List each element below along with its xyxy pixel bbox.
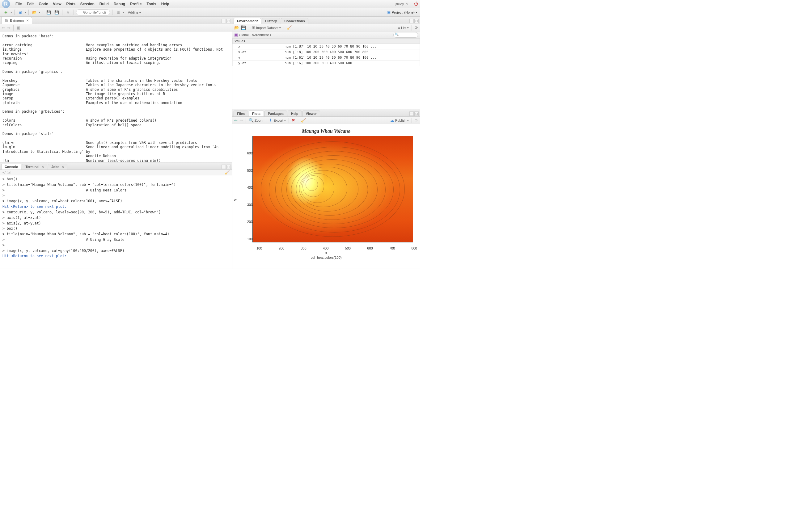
back-icon[interactable]: ⇐ bbox=[2, 25, 5, 30]
heatmap-image bbox=[252, 136, 413, 242]
new-file-icon[interactable]: ✚ bbox=[2, 9, 9, 16]
plot-ylabel: y bbox=[233, 199, 237, 201]
power-icon[interactable]: ⏻ bbox=[414, 2, 418, 6]
clear-plots-icon[interactable]: 🧹 bbox=[301, 118, 306, 123]
project-selector[interactable]: ▣ Project: (None) ▾ bbox=[387, 10, 417, 15]
tab-environment[interactable]: Environment bbox=[234, 18, 261, 24]
refresh-icon[interactable]: ⟳ bbox=[415, 25, 418, 30]
menu-plots[interactable]: Plots bbox=[64, 2, 78, 6]
minimize-icon[interactable]: — bbox=[409, 19, 414, 23]
remove-plot-icon[interactable]: ✖ bbox=[292, 118, 295, 123]
new-project-icon[interactable]: ▣ bbox=[17, 9, 24, 16]
goto-file-input[interactable] bbox=[76, 9, 110, 16]
rstudio-logo: R bbox=[2, 0, 10, 8]
tab-help[interactable]: Help bbox=[288, 110, 302, 116]
y-tick: 500 bbox=[247, 168, 253, 172]
zoom-button[interactable]: 🔍 Zoom bbox=[249, 118, 263, 123]
menu-view[interactable]: View bbox=[50, 2, 64, 6]
tab-packages[interactable]: Packages bbox=[264, 110, 287, 116]
logout-icon[interactable]: ⎋ bbox=[406, 2, 408, 6]
save-icon[interactable]: 💾 bbox=[45, 9, 52, 16]
tab-terminal[interactable]: Terminal✕ bbox=[22, 164, 47, 170]
console-line: > # Using Heat Colors bbox=[0, 188, 232, 193]
console-line: Hit <Return> to see next plot: bbox=[0, 204, 232, 210]
y-tick: 100 bbox=[247, 237, 253, 241]
menu-help[interactable]: Help bbox=[159, 2, 172, 6]
tab-plots[interactable]: Plots bbox=[249, 110, 264, 116]
x-tick: 400 bbox=[323, 246, 328, 250]
window-icon[interactable]: ▣ bbox=[16, 25, 20, 30]
save-all-icon[interactable]: 💾 bbox=[53, 9, 60, 16]
y-tick: 300 bbox=[247, 203, 253, 207]
menu-profile[interactable]: Profile bbox=[128, 2, 144, 6]
publish-icon: ☁ bbox=[390, 118, 394, 123]
menu-edit[interactable]: Edit bbox=[24, 2, 36, 6]
x-tick: 700 bbox=[389, 246, 395, 250]
view-mode-menu[interactable]: ≡ List ▾ bbox=[398, 26, 409, 30]
x-tick: 500 bbox=[345, 246, 351, 250]
plots-tab-bar: Files Plots Packages Help Viewer — ▢ bbox=[232, 109, 420, 117]
maximize-icon[interactable]: ▢ bbox=[414, 111, 419, 116]
minimize-icon[interactable]: — bbox=[222, 19, 226, 23]
close-icon[interactable]: ✕ bbox=[42, 165, 44, 168]
save-workspace-icon[interactable]: 💾 bbox=[241, 25, 246, 30]
menu-file[interactable]: File bbox=[13, 2, 24, 6]
tab-console[interactable]: Console bbox=[1, 164, 21, 170]
console-output[interactable]: > box()> title(main="Maunga Whau Volcano… bbox=[0, 175, 232, 269]
console-line: > image(x, y, volcano, col=heat.colors(1… bbox=[0, 199, 232, 204]
maximize-icon[interactable]: ▢ bbox=[414, 19, 419, 23]
env-scope-menu[interactable]: ▣ Global Environment ▾ bbox=[234, 32, 271, 37]
open-file-icon[interactable]: 📂 bbox=[31, 9, 38, 16]
x-tick: 200 bbox=[279, 246, 284, 250]
console-line: Hit <Return> to see next plot: bbox=[0, 254, 232, 259]
menu-code[interactable]: Code bbox=[36, 2, 50, 6]
env-row[interactable]: ynum [1:61] 10 20 30 40 50 60 70 80 90 1… bbox=[233, 55, 420, 60]
tab-viewer[interactable]: Viewer bbox=[303, 110, 320, 116]
document-icon: 🗎 bbox=[5, 18, 9, 23]
console-line: > axis(1, at=x.at) bbox=[0, 215, 232, 221]
print-icon[interactable]: 🖨 bbox=[65, 9, 71, 16]
close-icon[interactable]: ✕ bbox=[26, 19, 29, 22]
next-plot-icon[interactable]: ⇒ bbox=[239, 118, 243, 123]
y-tick: 200 bbox=[247, 220, 253, 224]
tab-history[interactable]: History bbox=[262, 18, 280, 24]
x-tick: 600 bbox=[367, 246, 373, 250]
popout-icon[interactable]: ⇲ bbox=[7, 170, 10, 175]
env-section-header: Values bbox=[233, 38, 420, 44]
refresh-plot-icon[interactable]: ⟳ bbox=[415, 118, 418, 123]
plot-canvas: Maunga Whau Volcano y 100200300400500600 bbox=[232, 124, 420, 269]
console-line: > box() bbox=[0, 226, 232, 232]
env-row[interactable]: x.atnum [1:8] 100 200 300 400 500 600 70… bbox=[233, 49, 420, 55]
prev-plot-icon[interactable]: ⇐ bbox=[234, 118, 237, 123]
console-line: > bbox=[0, 243, 232, 248]
tab-connections[interactable]: Connections bbox=[281, 18, 308, 24]
export-menu[interactable]: ⬇ Export ▾ bbox=[269, 118, 286, 123]
clear-console-icon[interactable]: 🧹 bbox=[225, 170, 230, 175]
forward-icon[interactable]: ⇒ bbox=[7, 25, 10, 30]
close-icon[interactable]: ✕ bbox=[61, 165, 64, 168]
maximize-icon[interactable]: ▢ bbox=[227, 19, 231, 23]
tab-files[interactable]: Files bbox=[234, 110, 248, 116]
username: jflilley bbox=[396, 2, 404, 6]
tab-r-demos[interactable]: 🗎 R demos ✕ bbox=[1, 17, 32, 24]
load-workspace-icon[interactable]: 📂 bbox=[234, 25, 239, 30]
minimize-icon[interactable]: — bbox=[222, 164, 226, 169]
menu-tools[interactable]: Tools bbox=[144, 2, 159, 6]
maximize-icon[interactable]: ▢ bbox=[227, 164, 231, 169]
menu-build[interactable]: Build bbox=[97, 2, 111, 6]
addins-menu[interactable]: Addins ▾ bbox=[125, 10, 143, 15]
menu-debug[interactable]: Debug bbox=[111, 2, 128, 6]
grid-icon[interactable]: ▦ bbox=[115, 9, 122, 16]
clear-env-icon[interactable]: 🧹 bbox=[287, 25, 292, 30]
menu-session[interactable]: Session bbox=[78, 2, 97, 6]
console-line: > contour(x, y, volcano, levels=seq(90, … bbox=[0, 210, 232, 215]
tab-jobs[interactable]: Jobs✕ bbox=[48, 164, 67, 170]
env-row[interactable]: xnum [1:87] 10 20 30 40 50 60 70 80 90 1… bbox=[233, 44, 420, 49]
minimize-icon[interactable]: — bbox=[409, 111, 414, 116]
y-tick: 600 bbox=[247, 151, 253, 155]
env-row[interactable]: y.atnum [1:6] 100 200 300 400 500 600 bbox=[233, 60, 420, 66]
import-dataset-menu[interactable]: ⊞ Import Dataset ▾ bbox=[252, 25, 281, 30]
publish-menu[interactable]: ☁ Publish ▾ bbox=[390, 118, 409, 123]
source-toolbar: ⇐ ⇒ ▣ bbox=[0, 24, 232, 31]
plot-title: Maunga Whau Volcano bbox=[234, 128, 418, 134]
